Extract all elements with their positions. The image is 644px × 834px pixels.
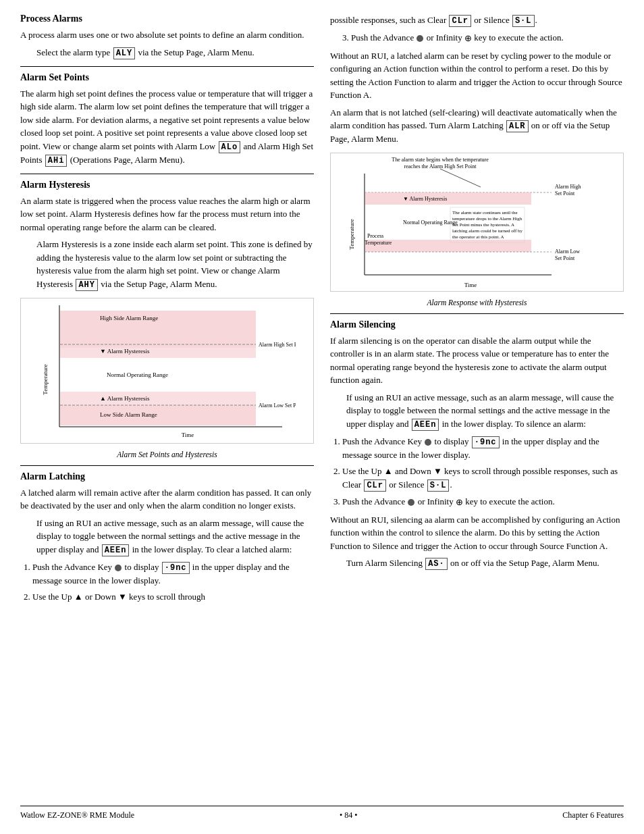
svg-text:Time: Time: [464, 282, 477, 288]
svg-text:the operator at this point. A: the operator at this point. A: [452, 234, 504, 240]
svg-text:Alarm Low: Alarm Low: [555, 249, 580, 255]
infinity-key-icon-2: ⊕: [456, 497, 463, 507]
alarm-latching-cont-p1: possible responses, such as Clear CLr or…: [330, 14, 624, 27]
alarm-hysteresis-lcd: AHY: [76, 279, 98, 291]
svg-text:Low Side Alarm Range: Low Side Alarm Range: [100, 411, 157, 418]
display-9nc-lcd-2: ·9nc: [472, 436, 500, 448]
alarm-latching-p2: If using an RUI an active message, such …: [36, 517, 314, 556]
svg-rect-10: [60, 392, 256, 405]
alarm-silencing-no-rui: Without an RUI, silencing aa alarm can b…: [330, 513, 624, 553]
alarm-response-caption: Alarm Response with Hysteresis: [330, 298, 624, 307]
svg-text:Set Point: Set Point: [555, 190, 575, 197]
footer-center: • 84 •: [340, 810, 357, 820]
advance-key-icon: [115, 565, 122, 571]
alarm-latching-aeen-lcd: AEEn: [102, 544, 130, 556]
svg-text:latching alarm could be turned: latching alarm could be turned off by: [452, 228, 523, 234]
svg-text:▼ Alarm Hysteresis: ▼ Alarm Hysteresis: [403, 196, 447, 202]
alarm-latching-self-clearing: An alarm that is not latched (self-clear…: [330, 106, 624, 146]
svg-text:Temperature: Temperature: [42, 364, 49, 394]
svg-text:Alarm High Set Point: Alarm High Set Point: [259, 342, 296, 348]
svg-text:High Side Alarm Range: High Side Alarm Range: [100, 315, 158, 321]
silence-lcd-2: S·L: [427, 479, 450, 492]
alarm-latching-reset-note: Without an RUI, a latched alarm can be r…: [330, 49, 624, 102]
svg-text:Set Point: Set Point: [555, 255, 575, 261]
alarm-silencing-step3: Push the Advance or Infinity ⊕ key to ex…: [342, 495, 624, 509]
clear-lcd-1: CLr: [449, 15, 471, 27]
svg-text:Alarm Low Set Point: Alarm Low Set Point: [259, 402, 296, 409]
svg-text:The alarm state begins when th: The alarm state begins when the temperat…: [392, 157, 489, 163]
section-alarm-hysteresis: Alarm Hysteresis An alarm state is trigg…: [20, 180, 314, 459]
alarm-silencing-step1: Push the Advance Key to display ·9nc in …: [342, 435, 624, 462]
svg-text:The alarm state continues unti: The alarm state continues until the: [452, 210, 518, 215]
footer-right: Chapter 6 Features: [562, 810, 624, 820]
footer: Watlow EZ-ZONE® RME Module • 84 • Chapte…: [20, 806, 624, 820]
svg-rect-28: [365, 192, 531, 205]
silence-lcd-1: S·L: [512, 15, 535, 27]
svg-text:Normal Operating Range: Normal Operating Range: [107, 371, 168, 378]
section-alarm-latching: Alarm Latching A latched alarm will rema…: [20, 471, 314, 604]
svg-text:Set Point minus the hysteresis: Set Point minus the hysteresis. A: [452, 222, 514, 228]
alarm-latching-lcd: ALR: [506, 120, 529, 132]
right-column: possible responses, such as Clear CLr or…: [330, 14, 624, 796]
footer-left: Watlow EZ-ZONE® RME Module: [20, 810, 134, 820]
svg-rect-6: [60, 344, 256, 358]
alarm-hysteresis-p2: Alarm Hysteresis is a zone inside each a…: [36, 238, 314, 291]
svg-text:reaches the Alarm High Set Poi: reaches the Alarm High Set Point: [404, 163, 477, 170]
section-title-alarm-set-points: Alarm Set Points: [20, 72, 314, 83]
svg-text:Time: Time: [181, 432, 194, 438]
process-alarms-p1: A process alarm uses one or two absolute…: [20, 28, 314, 42]
alarm-hysteresis-p1: An alarm state is triggered when the pro…: [20, 194, 314, 234]
alarm-high-lcd: AHi: [45, 155, 68, 167]
alarm-low-lcd: ALo: [219, 141, 241, 153]
alarm-type-lcd: ALY: [113, 47, 136, 59]
svg-text:▲ Alarm Hysteresis: ▲ Alarm Hysteresis: [100, 395, 150, 402]
alarm-silencing-aeen-lcd: AEEn: [412, 419, 439, 431]
section-title-process-alarms: Process Alarms: [20, 14, 314, 24]
alarm-silencing-p2: If using an RUI an active message, such …: [346, 391, 624, 431]
alarm-latching-step1: Push the Advance Key to display ·9nc in …: [32, 561, 314, 588]
section-title-alarm-hysteresis: Alarm Hysteresis: [20, 180, 314, 190]
alarm-latching-steps: Push the Advance Key to display ·9nc in …: [32, 561, 314, 604]
advance-key-icon-4: [408, 499, 414, 506]
alarm-set-points-body: The alarm high set point defines the pro…: [20, 87, 314, 167]
infinity-key-icon: ⊕: [464, 33, 472, 43]
section-alarm-silencing: Alarm Silencing If alarm silencing is on…: [330, 319, 624, 570]
hysteresis-diagram: Temperature Time High Side Alarm Range ▼…: [20, 298, 314, 444]
section-title-alarm-latching: Alarm Latching: [20, 471, 314, 482]
svg-text:▼ Alarm Hysteresis: ▼ Alarm Hysteresis: [100, 348, 150, 355]
svg-text:Temperature: Temperature: [348, 219, 355, 249]
svg-text:Alarm High: Alarm High: [555, 184, 581, 190]
advance-key-icon-3: [425, 439, 431, 446]
svg-text:Temperature: Temperature: [365, 240, 392, 246]
clear-lcd-2: CLr: [364, 479, 386, 492]
page: Process Alarms A process alarm uses one …: [0, 0, 644, 834]
svg-line-20: [440, 169, 481, 187]
svg-text:Normal Operating Range: Normal Operating Range: [403, 219, 458, 226]
alarm-silencing-steps: Push the Advance Key to display ·9nc in …: [342, 435, 624, 509]
svg-text:temperature drops to the Alarm: temperature drops to the Alarm High: [452, 216, 522, 221]
alarm-latching-step3: 3. Push the Advance or Infinity ⊕ key to…: [342, 31, 624, 45]
alarm-latching-step2: Use the Up ▲ or Down ▼ keys to scroll th…: [32, 590, 314, 604]
process-alarms-p2: Select the alarm type ALY via the Setup …: [36, 46, 314, 59]
svg-text:Process: Process: [367, 233, 383, 239]
advance-key-icon-2: [417, 35, 423, 42]
display-9nc-lcd: ·9nc: [162, 562, 190, 574]
alarm-latching-p1: A latched alarm will remain active after…: [20, 486, 314, 513]
section-title-alarm-silencing: Alarm Silencing: [330, 319, 624, 330]
left-column: Process Alarms A process alarm uses one …: [20, 14, 314, 796]
hysteresis-diagram-caption: Alarm Set Points and Hysteresis: [20, 450, 314, 459]
alarm-silencing-lcd: AS·: [425, 558, 448, 570]
alarm-silencing-p1: If alarm silencing is on the operator ca…: [330, 334, 624, 387]
section-alarm-set-points: Alarm Set Points The alarm high set poin…: [20, 72, 314, 167]
alarm-silencing-step2: Use the Up ▲ and Down ▼ keys to scroll t…: [342, 465, 624, 492]
section-process-alarms: Process Alarms A process alarm uses one …: [20, 14, 314, 59]
alarm-response-diagram: The alarm state begins when the temperat…: [330, 153, 624, 292]
svg-rect-12: [60, 405, 256, 425]
alarm-silencing-turn-on: Turn Alarm Silencing AS· on or off via t…: [346, 556, 624, 570]
